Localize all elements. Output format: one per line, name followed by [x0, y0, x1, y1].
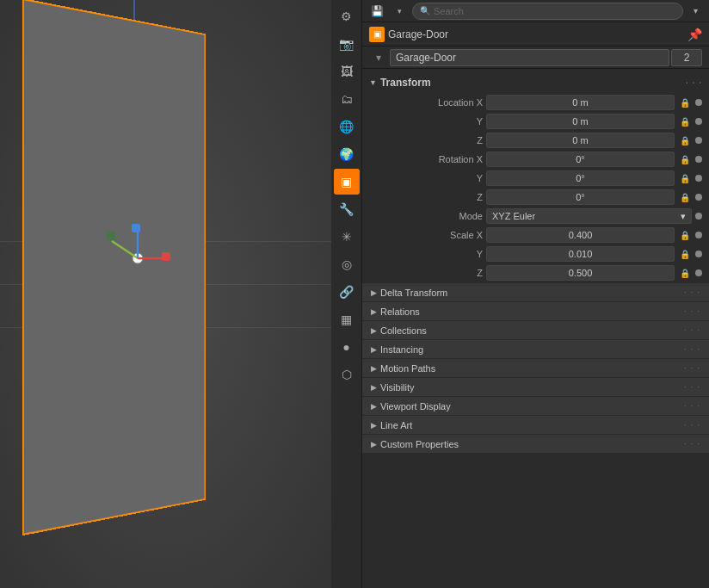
mode-row: Mode XYZ Euler ▾: [362, 207, 709, 226]
visibility-section[interactable]: ▶ Visibility · · ·: [362, 377, 709, 396]
tab-dropdown[interactable]: ▾: [369, 48, 388, 67]
location-y-lock[interactable]: 🔒: [678, 115, 692, 128]
delta-options[interactable]: · · ·: [684, 288, 700, 297]
relations-section[interactable]: ▶ Relations · · ·: [362, 301, 709, 320]
tool-scene[interactable]: 🌐: [334, 114, 360, 139]
tool-shader[interactable]: ⬡: [334, 362, 360, 387]
viewport-3d[interactable]: [0, 0, 331, 588]
svg-rect-8: [107, 232, 115, 240]
rotation-y-label: Y: [414, 173, 483, 183]
tool-output[interactable]: 🖼: [334, 59, 360, 84]
relations-chevron: ▶: [371, 307, 377, 316]
custom-props-chevron: ▶: [371, 440, 377, 449]
line-art-options[interactable]: · · ·: [684, 420, 700, 430]
custom-props-options[interactable]: · · ·: [684, 439, 700, 449]
location-x-value[interactable]: 0 m: [486, 95, 675, 110]
tool-particles[interactable]: ✳: [334, 224, 360, 250]
scale-x-row: Scale X 0.400 🔒: [362, 226, 709, 244]
transform-label: Transform: [380, 77, 431, 89]
transform-options[interactable]: · · ·: [686, 78, 702, 88]
props-tabs: ▾ Garage-Door 2: [362, 46, 709, 69]
mode-label: Mode: [414, 211, 483, 221]
location-z-value[interactable]: 0 m: [486, 133, 675, 148]
scale-z-row: Z 0.500 🔒: [362, 263, 709, 282]
tool-constraints[interactable]: 🔗: [334, 279, 360, 305]
line-art-section[interactable]: ▶ Line Art · · ·: [362, 415, 709, 434]
rotation-x-lock[interactable]: 🔒: [678, 152, 692, 166]
tool-settings[interactable]: ⚙: [334, 3, 360, 29]
motion-paths-options[interactable]: · · ·: [684, 363, 700, 373]
tool-world[interactable]: 🌍: [334, 141, 360, 167]
rotation-y-lock[interactable]: 🔒: [678, 171, 692, 185]
instancing-section[interactable]: ▶ Instancing · · ·: [362, 339, 709, 358]
collections-section[interactable]: ▶ Collections · · ·: [362, 320, 709, 339]
scale-x-lock[interactable]: 🔒: [678, 228, 692, 242]
scale-z-lock[interactable]: 🔒: [678, 266, 692, 280]
object-name-input[interactable]: Garage-Door: [390, 49, 669, 66]
relations-options[interactable]: · · ·: [684, 306, 700, 316]
rotation-z-label: Z: [414, 192, 483, 202]
rotation-y-dot: [695, 175, 702, 182]
collections-options[interactable]: · · ·: [684, 325, 700, 335]
scale-z-label: Z: [414, 268, 483, 278]
viewport-display-options[interactable]: · · ·: [684, 401, 700, 411]
tool-render[interactable]: 📷: [334, 31, 360, 57]
location-z-row: Z 0 m 🔒: [362, 131, 709, 150]
tool-material[interactable]: ●: [334, 334, 360, 360]
mode-dropdown-chevron: ▾: [681, 211, 686, 222]
scale-y-value[interactable]: 0.010: [486, 246, 675, 262]
rotation-z-lock[interactable]: 🔒: [678, 190, 692, 204]
rotation-label: Rotation X: [414, 154, 483, 164]
rotation-x-row: Rotation X 0° 🔒: [362, 150, 709, 169]
custom-properties-section[interactable]: ▶ Custom Properties · · ·: [362, 434, 709, 453]
header-dropdown-left[interactable]: ▾: [390, 2, 409, 21]
mode-dot: [695, 213, 702, 220]
rotation-x-dot: [695, 156, 702, 163]
visibility-label: Visibility: [380, 382, 415, 393]
rotation-x-value[interactable]: 0°: [486, 152, 675, 167]
instancing-options[interactable]: · · ·: [684, 344, 700, 354]
motion-paths-label: Motion Paths: [380, 363, 435, 374]
rotation-y-row: Y 0° 🔒: [362, 169, 709, 188]
scale-z-dot: [695, 269, 702, 276]
search-box[interactable]: 🔍 Search: [412, 3, 683, 20]
transform-gizmo[interactable]: [103, 224, 172, 293]
viewport-display-label: Viewport Display: [380, 401, 451, 412]
rotation-y-value[interactable]: 0°: [486, 170, 675, 186]
relations-label: Relations: [380, 306, 420, 317]
location-y-value[interactable]: 0 m: [486, 114, 675, 129]
delta-transform-label: Delta Transform: [380, 288, 447, 298]
save-icon[interactable]: 💾: [367, 2, 386, 21]
tool-modifier[interactable]: 🔧: [334, 196, 360, 222]
rotation-z-value[interactable]: 0°: [486, 189, 675, 205]
motion-paths-section[interactable]: ▶ Motion Paths · · ·: [362, 358, 709, 377]
search-placeholder: Search: [434, 6, 464, 16]
scale-y-lock[interactable]: 🔒: [678, 247, 692, 261]
delta-transform-section[interactable]: ▶ Delta Transform · · ·: [362, 282, 709, 301]
rotation-z-dot: [695, 194, 702, 201]
location-x-lock[interactable]: 🔒: [678, 96, 692, 109]
header-options-dropdown[interactable]: ▾: [687, 3, 704, 20]
scale-z-value[interactable]: 0.500: [486, 265, 675, 281]
tool-view-layer[interactable]: 🗂: [334, 86, 360, 112]
scale-x-value[interactable]: 0.400: [486, 227, 675, 243]
pin-icon[interactable]: 📌: [687, 28, 702, 41]
rotation-mode-dropdown[interactable]: XYZ Euler ▾: [486, 208, 692, 224]
tool-object[interactable]: ▣: [334, 169, 360, 195]
visibility-options[interactable]: · · ·: [684, 382, 700, 392]
collections-label: Collections: [380, 325, 427, 336]
svg-line-3: [112, 241, 138, 258]
search-icon: 🔍: [420, 6, 430, 15]
scale-y-dot: [695, 251, 702, 257]
scale-x-dot: [695, 232, 702, 238]
location-z-lock[interactable]: 🔒: [678, 133, 692, 147]
transform-section-header[interactable]: ▼ Transform · · ·: [362, 72, 709, 93]
tool-physics[interactable]: ◎: [334, 251, 360, 277]
custom-properties-label: Custom Properties: [380, 439, 459, 449]
object-users-count[interactable]: 2: [671, 49, 702, 66]
svg-rect-7: [162, 252, 170, 261]
viewport-display-section[interactable]: ▶ Viewport Display · · ·: [362, 396, 709, 415]
location-y-row: Y 0 m 🔒: [362, 112, 709, 131]
line-art-chevron: ▶: [371, 421, 377, 430]
tool-data[interactable]: ▦: [334, 306, 360, 332]
